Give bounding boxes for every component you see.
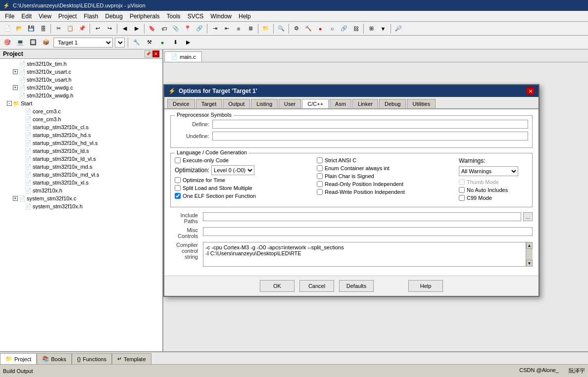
- dialog-tab-cpp[interactable]: C/C++: [302, 99, 329, 108]
- project-pin-btn[interactable]: 📌: [145, 50, 151, 57]
- tree-item[interactable]: +📄system_stm32f10x.c: [1, 194, 161, 202]
- link-btn[interactable]: 🔗: [339, 23, 349, 34]
- tree-item[interactable]: 📄startup_stm32f10x_hd.s: [1, 131, 161, 139]
- tree-item[interactable]: 📄stm32f10x_tim.h: [1, 60, 161, 68]
- dialog-close-btn[interactable]: ✕: [527, 87, 535, 95]
- tree-item[interactable]: 📄startup_stm32f10x_md_vl.s: [1, 171, 161, 179]
- build-btn[interactable]: 🔨: [303, 23, 314, 34]
- readonly-pos-checkbox[interactable]: [317, 181, 323, 187]
- nav-back-btn[interactable]: ◀: [119, 23, 130, 34]
- menu-window[interactable]: Window: [207, 12, 235, 21]
- tree-item[interactable]: 📄startup_stm32f10x_xl.s: [1, 179, 161, 187]
- tree-item[interactable]: 📄startup_stm32f10x_hd_vl.s: [1, 139, 161, 147]
- enum-container-checkbox[interactable]: [317, 165, 323, 171]
- ok-btn[interactable]: OK: [260, 280, 294, 292]
- tree-expand-btn[interactable]: +: [13, 196, 18, 201]
- dialog-tab-user[interactable]: User: [279, 99, 301, 108]
- redo-btn[interactable]: ↪: [104, 23, 115, 34]
- tree-item[interactable]: 📄stm32f10x_usart.h: [1, 76, 161, 84]
- menu-project[interactable]: Project: [55, 12, 80, 21]
- optimization-select[interactable]: Level 0 (-O0): [211, 165, 254, 175]
- project-close-btn[interactable]: ✕: [152, 50, 159, 57]
- menu-tools[interactable]: Tools: [164, 12, 184, 21]
- grid-btn[interactable]: ⊞: [366, 23, 377, 34]
- tree-item[interactable]: +📄stm32f10x_usart.c: [1, 68, 161, 76]
- menu-flash[interactable]: Flash: [81, 12, 101, 21]
- build2-btn[interactable]: 🔧: [131, 37, 142, 48]
- red-btn[interactable]: ●: [315, 23, 326, 34]
- target-dropdown[interactable]: ▼: [115, 38, 125, 47]
- stop-btn[interactable]: ●: [157, 37, 168, 48]
- tree-item[interactable]: 📄system_stm32f10x.h: [1, 202, 161, 210]
- tree-item[interactable]: 📄startup_stm32f10x_ld_vl.s: [1, 155, 161, 163]
- search2-btn[interactable]: 🔎: [393, 23, 404, 34]
- save-all-btn[interactable]: 🗄: [38, 23, 49, 34]
- dropdown-btn[interactable]: ▼: [378, 23, 389, 34]
- help-btn[interactable]: Help: [408, 280, 443, 292]
- bottom-tab-functions[interactable]: {} Functions: [72, 353, 112, 364]
- tree-item[interactable]: +📄stm32f10x_wwdg.c: [1, 84, 161, 92]
- tree-expand-btn[interactable]: +: [13, 85, 18, 90]
- format2-btn[interactable]: ≣: [245, 23, 256, 34]
- cancel-btn[interactable]: Cancel: [299, 280, 334, 292]
- include-input[interactable]: [203, 212, 521, 221]
- format-btn[interactable]: ≡: [233, 23, 244, 34]
- one-elf-checkbox[interactable]: [175, 193, 181, 199]
- tree-item[interactable]: -📁Start: [1, 99, 161, 107]
- tree-item[interactable]: 📄core_cm3.c: [1, 107, 161, 115]
- misc-controls-input[interactable]: [203, 227, 533, 236]
- undo-btn[interactable]: ↩: [92, 23, 103, 34]
- chain-btn[interactable]: ⛓: [350, 23, 361, 34]
- thumb-mode-checkbox[interactable]: [459, 179, 465, 185]
- save-btn[interactable]: 💾: [26, 23, 37, 34]
- tree-item[interactable]: 📄startup_stm32f10x_cl.s: [1, 123, 161, 131]
- circle-btn[interactable]: ○: [327, 23, 338, 34]
- target-icon-btn[interactable]: 🎯: [2, 37, 13, 48]
- bookmark2-btn[interactable]: 🏷: [158, 23, 169, 34]
- plain-char-checkbox[interactable]: [317, 173, 323, 179]
- undefine-input[interactable]: [212, 132, 528, 141]
- component-btn[interactable]: 📦: [41, 37, 51, 48]
- execute-only-checkbox[interactable]: [175, 157, 181, 163]
- scroll-down-btn[interactable]: ▼: [526, 260, 533, 267]
- debug2-btn[interactable]: ▶: [183, 37, 194, 48]
- tree-item[interactable]: 📄startup_stm32f10x_md.s: [1, 163, 161, 171]
- chip-btn[interactable]: 🔲: [28, 37, 39, 48]
- define-input[interactable]: [212, 120, 528, 129]
- menu-peripherals[interactable]: Peripherals: [127, 12, 163, 21]
- new-btn[interactable]: 📄: [2, 23, 13, 34]
- cut-btn[interactable]: ✂: [53, 23, 64, 34]
- find-btn[interactable]: 🔍: [276, 23, 287, 34]
- dialog-tab-utilities[interactable]: Utilities: [407, 99, 435, 108]
- tree-item[interactable]: 📄core_cm3.h: [1, 115, 161, 123]
- bookmark3-btn[interactable]: 📎: [170, 23, 181, 34]
- tree-item[interactable]: 📄stm32f10x.h: [1, 187, 161, 194]
- target-select[interactable]: Target 1: [53, 38, 113, 47]
- strict-ansi-checkbox[interactable]: [317, 157, 323, 163]
- dialog-tab-output[interactable]: Output: [223, 99, 250, 108]
- readwrite-pos-checkbox[interactable]: [317, 189, 323, 195]
- paste-btn[interactable]: 📌: [77, 23, 88, 34]
- dialog-tab-asm[interactable]: Asm: [330, 99, 351, 108]
- tab-main-c[interactable]: 📄 main.c: [164, 51, 202, 62]
- settings-btn[interactable]: ⚙: [291, 23, 302, 34]
- dialog-tab-device[interactable]: Device: [167, 99, 195, 108]
- download-btn[interactable]: ⬇: [170, 37, 181, 48]
- bookmark4-btn[interactable]: 📍: [182, 23, 193, 34]
- bottom-tab-books[interactable]: 📚 Books: [37, 353, 72, 364]
- include-browse-btn[interactable]: ...: [523, 212, 533, 221]
- tree-item[interactable]: 📄startup_stm32f10x_ld.s: [1, 147, 161, 155]
- scroll-up-btn[interactable]: ▲: [526, 242, 533, 249]
- menu-view[interactable]: View: [36, 12, 54, 21]
- defaults-btn[interactable]: Defaults: [339, 280, 374, 292]
- bottom-tab-template[interactable]: ↵ Template: [112, 353, 151, 364]
- menu-debug[interactable]: Debug: [102, 12, 126, 21]
- menu-help[interactable]: Help: [236, 12, 254, 21]
- open-folder-btn[interactable]: 📁: [260, 23, 271, 34]
- outdent-btn[interactable]: ⇤: [221, 23, 232, 34]
- no-auto-includes-checkbox[interactable]: [459, 187, 465, 193]
- tree-expand-btn[interactable]: +: [13, 69, 18, 74]
- dialog-tab-debug[interactable]: Debug: [379, 99, 406, 108]
- dialog-tab-linker[interactable]: Linker: [352, 99, 378, 108]
- warnings-select[interactable]: All Warnings: [459, 166, 518, 176]
